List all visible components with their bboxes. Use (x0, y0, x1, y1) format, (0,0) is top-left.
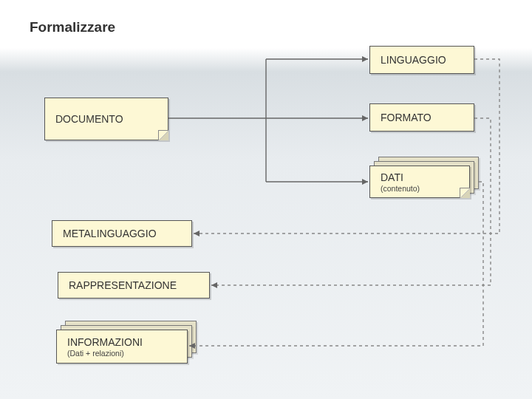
node-rappresentazione: RAPPRESENTAZIONE (58, 272, 210, 299)
page-title: Formalizzare (30, 19, 115, 35)
node-metalinguaggio-label: METALINGUAGGIO (63, 228, 181, 239)
node-linguaggio-label: LINGUAGGIO (381, 54, 463, 66)
node-documento-label: DOCUMENTO (55, 113, 157, 125)
node-informazioni: INFORMAZIONI (Dati + relazioni) (56, 330, 188, 364)
fold-icon (158, 130, 168, 140)
node-formato-label: FORMATO (381, 112, 463, 123)
node-informazioni-sublabel: (Dati + relazioni) (67, 349, 177, 358)
node-informazioni-label: INFORMAZIONI (67, 336, 177, 348)
fold-icon (460, 188, 470, 198)
node-metalinguaggio: METALINGUAGGIO (52, 220, 192, 247)
node-dati-label: DATI (381, 171, 459, 183)
node-documento: DOCUMENTO (44, 98, 168, 140)
node-formato: FORMATO (369, 103, 474, 132)
node-dati-sublabel: (contenuto) (381, 184, 459, 193)
node-linguaggio: LINGUAGGIO (369, 46, 474, 74)
node-dati: DATI (contenuto) (369, 166, 470, 198)
node-rappresentazione-label: RAPPRESENTAZIONE (69, 279, 199, 291)
